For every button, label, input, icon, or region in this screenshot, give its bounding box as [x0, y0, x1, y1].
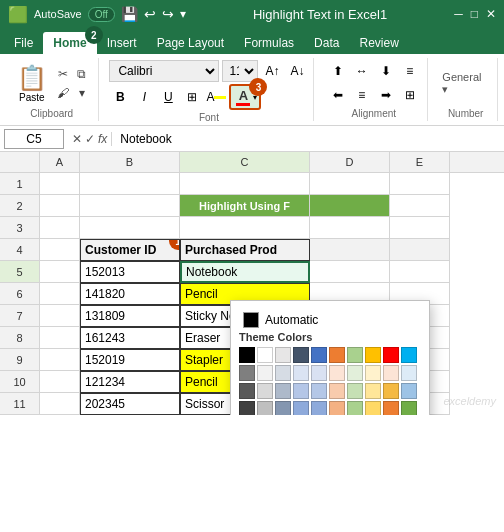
color-swatch[interactable] [347, 383, 363, 399]
redo-icon[interactable]: ↪ [162, 6, 174, 22]
italic-button[interactable]: I [133, 86, 155, 108]
color-swatch[interactable] [257, 347, 273, 363]
increase-font-button[interactable]: A↑ [261, 60, 283, 82]
cell-a5[interactable] [40, 261, 80, 283]
col-header-d[interactable]: D [310, 152, 390, 172]
wrap-text-button[interactable]: ≡ [399, 60, 421, 82]
color-swatch[interactable] [383, 383, 399, 399]
underline-button[interactable]: U [157, 86, 179, 108]
tab-data[interactable]: Data [304, 32, 349, 54]
maximize-icon[interactable]: □ [471, 7, 478, 21]
color-swatch[interactable] [347, 401, 363, 415]
confirm-formula-icon[interactable]: ✓ [85, 132, 95, 146]
color-swatch[interactable] [257, 401, 273, 415]
cell-d5[interactable] [310, 261, 390, 283]
cell-e3[interactable] [390, 217, 450, 239]
copy-button[interactable]: ⧉ [73, 65, 91, 83]
tab-home[interactable]: Home 2 [43, 32, 96, 54]
row-header-1[interactable]: 1 [0, 173, 40, 195]
align-left-button[interactable]: ⬅ [327, 84, 349, 106]
cell-e5[interactable] [390, 261, 450, 283]
cell-b8[interactable]: 161243 [80, 327, 180, 349]
row-header-8[interactable]: 8 [0, 327, 40, 349]
color-swatch[interactable] [275, 401, 291, 415]
cell-a9[interactable] [40, 349, 80, 371]
cell-b10[interactable]: 121234 [80, 371, 180, 393]
color-swatch[interactable] [329, 365, 345, 381]
color-swatch[interactable] [311, 365, 327, 381]
save-icon[interactable]: 💾 [121, 6, 138, 22]
color-swatch[interactable] [347, 347, 363, 363]
color-swatch[interactable] [311, 401, 327, 415]
align-center-button[interactable]: ≡ [351, 84, 373, 106]
cell-e2[interactable] [390, 195, 450, 217]
align-middle-button[interactable]: ↔ [351, 60, 373, 82]
row-header-11[interactable]: 11 [0, 393, 40, 415]
autosave-toggle[interactable]: Off [88, 7, 115, 22]
cell-e4[interactable] [390, 239, 450, 261]
tab-formulas[interactable]: Formulas [234, 32, 304, 54]
cell-c1[interactable] [180, 173, 310, 195]
cell-b9[interactable]: 152019 [80, 349, 180, 371]
cell-a1[interactable] [40, 173, 80, 195]
tab-insert[interactable]: Insert [97, 32, 147, 54]
cell-a10[interactable] [40, 371, 80, 393]
row-header-5[interactable]: 5 [0, 261, 40, 283]
cell-a2[interactable] [40, 195, 80, 217]
color-swatch[interactable] [365, 365, 381, 381]
bold-button[interactable]: B [109, 86, 131, 108]
format-painter-button[interactable]: 🖌 [54, 84, 72, 102]
col-header-b[interactable]: B [80, 152, 180, 172]
paste-button[interactable]: 📋 Paste [13, 62, 51, 105]
cell-b2[interactable] [80, 195, 180, 217]
cell-a6[interactable] [40, 283, 80, 305]
cell-d4[interactable] [310, 239, 390, 261]
cell-b3[interactable] [80, 217, 180, 239]
align-right-button[interactable]: ➡ [375, 84, 397, 106]
color-swatch[interactable] [239, 383, 255, 399]
merge-button[interactable]: ⊞ [399, 84, 421, 106]
color-swatch[interactable] [383, 347, 399, 363]
color-swatch[interactable] [311, 383, 327, 399]
cell-d3[interactable] [310, 217, 390, 239]
decrease-font-button[interactable]: A↓ [286, 60, 308, 82]
color-swatch[interactable] [239, 347, 255, 363]
cell-d1[interactable] [310, 173, 390, 195]
cell-c2[interactable]: Highlight Using F [180, 195, 310, 217]
cell-b5[interactable]: 152013 [80, 261, 180, 283]
more-commands-icon[interactable]: ▾ [180, 7, 186, 21]
color-swatch[interactable] [401, 347, 417, 363]
tab-review[interactable]: Review [349, 32, 408, 54]
col-header-e[interactable]: E [390, 152, 450, 172]
color-swatch[interactable] [257, 383, 273, 399]
col-header-a[interactable]: A [40, 152, 80, 172]
cell-d2[interactable] [310, 195, 390, 217]
cell-a4[interactable] [40, 239, 80, 261]
cell-b11[interactable]: 202345 [80, 393, 180, 415]
color-swatch[interactable] [293, 365, 309, 381]
cell-c4[interactable]: Purchased Prod [180, 239, 310, 261]
cell-c3[interactable] [180, 217, 310, 239]
color-swatch[interactable] [401, 365, 417, 381]
cell-b1[interactable] [80, 173, 180, 195]
align-top-button[interactable]: ⬆ [327, 60, 349, 82]
color-swatch[interactable] [293, 347, 309, 363]
cell-a11[interactable] [40, 393, 80, 415]
row-header-6[interactable]: 6 [0, 283, 40, 305]
undo-icon[interactable]: ↩ [144, 6, 156, 22]
name-box[interactable] [4, 129, 64, 149]
color-swatch[interactable] [275, 365, 291, 381]
color-swatch[interactable] [257, 365, 273, 381]
font-name-select[interactable]: Calibri [109, 60, 219, 82]
formula-input[interactable] [116, 132, 500, 146]
row-header-2[interactable]: 2 [0, 195, 40, 217]
cell-a7[interactable] [40, 305, 80, 327]
automatic-color-option[interactable]: Automatic [239, 309, 421, 331]
color-swatch[interactable] [239, 401, 255, 415]
color-swatch[interactable] [365, 383, 381, 399]
row-header-9[interactable]: 9 [0, 349, 40, 371]
border-button[interactable]: ⊞ [181, 86, 203, 108]
color-swatch[interactable] [293, 383, 309, 399]
row-header-4[interactable]: 4 [0, 239, 40, 261]
row-header-3[interactable]: 3 [0, 217, 40, 239]
